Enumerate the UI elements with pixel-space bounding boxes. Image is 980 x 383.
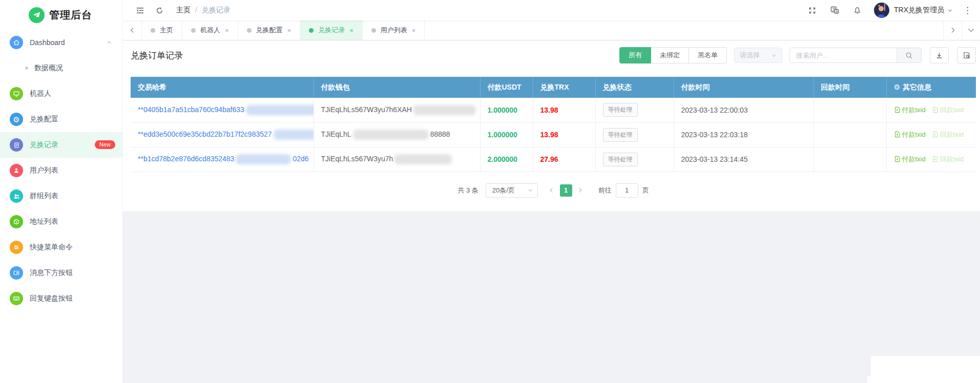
sidebar-item-dashboard[interactable]: Dashboard	[0, 30, 122, 55]
next-page-button[interactable]	[574, 184, 587, 197]
collapse-sidebar-icon[interactable]	[134, 5, 145, 16]
sidebar-item-label: 快捷菜单命令	[30, 243, 73, 252]
corner-white-overlay	[871, 356, 980, 383]
download-button[interactable]	[930, 47, 949, 63]
filter-unbound-button[interactable]: 未绑定	[651, 47, 689, 63]
tab-dot-icon	[191, 28, 196, 33]
button-card-icon	[10, 266, 23, 280]
tx-hash-cell: **edd3e500c69e35cbd22b7b17f2c983527	[131, 122, 314, 147]
prev-page-button[interactable]	[545, 184, 558, 197]
status-cell: 等待处理	[595, 122, 674, 147]
sidebar-item-inline-buttons[interactable]: 消息下方按钮	[0, 260, 122, 286]
close-icon[interactable]: ×	[225, 27, 229, 34]
refund-txid-link[interactable]: 回款txid	[932, 130, 964, 139]
page-number-button[interactable]: 1	[560, 184, 572, 197]
sidebar-item-robot[interactable]: 机器人	[0, 81, 122, 107]
filter-blacklist-button[interactable]: 黑名单	[689, 47, 727, 63]
gear-icon: ⚙	[894, 83, 901, 91]
refund-time-cell	[814, 147, 886, 172]
table-row: **edd3e500c69e35cbd22b7b17f2c983527 TJiE…	[131, 122, 976, 147]
tx-hash-cell: **b1cd78b2e876d6cd835248302d6	[131, 147, 314, 172]
search-button[interactable]	[896, 48, 921, 62]
pay-time-cell: 2023-03-13 22:03:18	[674, 122, 814, 147]
pay-wallet-cell: TJiEqLhL88888	[314, 122, 480, 147]
tab-robot[interactable]: 机器人 ×	[182, 20, 238, 40]
home-icon	[10, 36, 23, 49]
tabs-scroll-right-icon[interactable]	[943, 20, 962, 40]
tab-exchange-config[interactable]: 兑换配置 ×	[238, 20, 301, 40]
sidebar-item-user-list[interactable]: 用户列表	[0, 158, 122, 183]
download-icon	[935, 52, 943, 59]
sidebar-item-exchange-records[interactable]: 兑换记录 New	[0, 132, 122, 158]
tab-exchange-records[interactable]: 兑换记录 ×	[300, 20, 363, 40]
refund-txid-link[interactable]: 回款txid	[932, 155, 964, 164]
col-header-exchange-trx: 兑换TRX	[533, 77, 595, 98]
other-info-cell: 付款txid回款txid	[886, 98, 976, 122]
avatar[interactable]	[874, 3, 889, 18]
tx-hash-link[interactable]: **edd3e500c69e35cbd22b7b17f2c983527	[138, 130, 272, 138]
goto-suffix: 页	[642, 186, 649, 195]
caret-down-icon[interactable]	[947, 8, 953, 13]
app-title: 管理后台	[49, 8, 92, 22]
tx-hash-link[interactable]: **0405b1a7a51cba760c94baf633	[138, 105, 244, 113]
close-icon[interactable]: ×	[412, 27, 416, 34]
document-icon	[932, 156, 939, 162]
exchange-trx-cell: 13.98	[533, 122, 595, 147]
page-title: 兑换订单记录	[131, 50, 183, 61]
filter-all-button[interactable]: 所有	[619, 47, 651, 63]
tab-label: 兑换配置	[256, 26, 283, 35]
sidebar-item-label: Dashboard	[30, 38, 65, 47]
pagination-total: 共 3 条	[457, 186, 478, 195]
status-badge[interactable]: 等待处理	[603, 153, 638, 166]
col-header-pay-wallet: 付款钱包	[314, 77, 480, 98]
panel-header: 兑换订单记录 所有 未绑定 黑名单 请选择	[131, 47, 976, 63]
kebab-menu-icon[interactable]: ⋮	[963, 6, 972, 15]
tx-hash-link[interactable]: **b1cd78b2e876d6cd8352483	[138, 155, 234, 163]
status-badge[interactable]: 等待处理	[603, 103, 638, 117]
sidebar-item-exchange-config[interactable]: ⚙ 兑换配置	[0, 107, 122, 132]
tab-label: 机器人	[200, 26, 220, 35]
person-icon	[10, 164, 23, 177]
tab-home[interactable]: 主页	[142, 20, 182, 40]
close-icon[interactable]: ×	[349, 27, 353, 34]
refresh-icon[interactable]	[154, 5, 165, 16]
select-placeholder: 请选择	[740, 51, 760, 60]
sidebar-item-label: 地址列表	[30, 217, 58, 226]
tabs-scroll-left-icon[interactable]	[123, 20, 142, 40]
breadcrumb-home[interactable]: 主页	[176, 6, 191, 14]
translate-icon[interactable]: 文A	[829, 5, 840, 16]
sidebar-item-label: 群组列表	[30, 192, 58, 201]
close-icon[interactable]: ×	[287, 27, 291, 34]
sidebar-item-group-list[interactable]: 群组列表	[0, 183, 122, 209]
sidebar-item-label: 消息下方按钮	[30, 268, 73, 278]
chevron-down-icon	[528, 187, 533, 193]
col-header-pay-usdt: 付款USDT	[480, 77, 533, 98]
goto-page-input[interactable]	[616, 183, 638, 198]
pay-txid-link[interactable]: 付款txid	[894, 105, 926, 115]
tab-user-list[interactable]: 用户列表 ×	[363, 20, 425, 40]
pay-txid-link[interactable]: 付款txid	[894, 130, 926, 139]
refund-txid-link[interactable]: 回款txid	[932, 105, 964, 115]
sidebar-item-label: 兑换配置	[30, 115, 58, 124]
bullet-dot-icon	[25, 67, 28, 70]
filter-select[interactable]: 请选择	[734, 48, 782, 63]
export-report-button[interactable]	[957, 47, 976, 63]
fullscreen-icon[interactable]	[806, 5, 818, 16]
tabs-menu-chevron-down-icon[interactable]	[962, 20, 980, 40]
sidebar-item-label: 机器人	[30, 89, 51, 98]
user-name[interactable]: TRX兑换管理员	[894, 6, 944, 15]
pagination: 共 3 条 20条/页 1 前往 页	[131, 183, 976, 198]
sidebar-item-data-overview[interactable]: 数据概况	[0, 55, 122, 81]
sidebar-item-address-list[interactable]: 地址列表	[0, 209, 122, 235]
other-info-cell: 付款txid回款txid	[886, 147, 976, 172]
sidebar-item-reply-keyboard[interactable]: 回复键盘按钮	[0, 286, 122, 311]
page-size-select[interactable]: 20条/页	[486, 183, 538, 198]
pay-txid-link[interactable]: 付款txid	[894, 155, 926, 164]
svg-text:A: A	[835, 10, 838, 13]
pay-time-cell: 2023-03-13 23:14:45	[674, 147, 814, 172]
status-badge[interactable]: 等待处理	[603, 128, 638, 142]
bell-icon[interactable]	[851, 5, 863, 16]
pay-wallet-cell: TJiEqLhLs567W3yu7h6XAH	[314, 98, 480, 122]
sidebar-item-quick-menu-commands[interactable]: 快捷菜单命令	[0, 235, 122, 260]
search-input[interactable]	[790, 48, 896, 62]
